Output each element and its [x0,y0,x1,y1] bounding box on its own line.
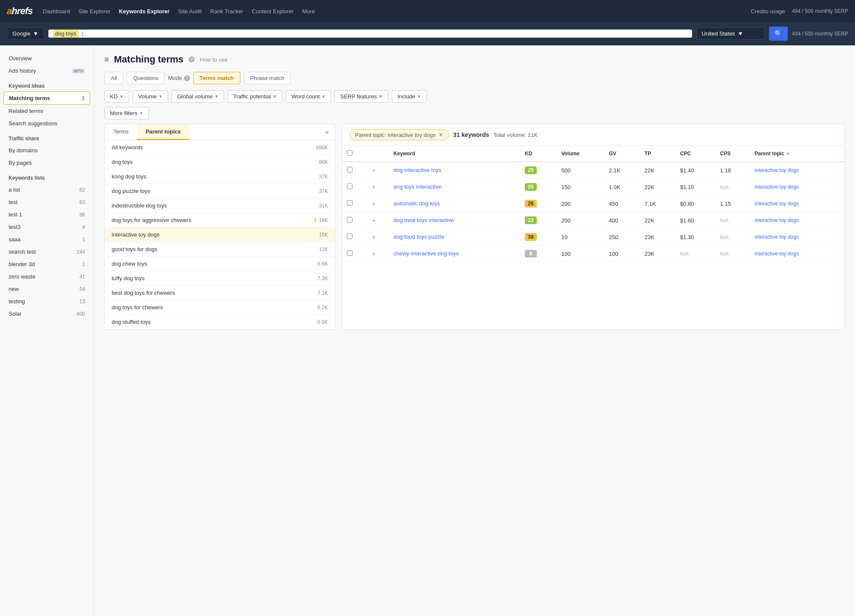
add-button[interactable]: + [372,234,376,240]
list-item[interactable]: tuffy dog toys7.3K [105,271,335,286]
left-panel: Terms Parent topics « All keywords686Kdo… [104,124,335,330]
parent-topic-link[interactable]: interactive toy dogs [754,184,799,190]
sidebar-item-by-pages[interactable]: By pages [0,157,94,169]
sidebar-list-item[interactable]: test63 [0,196,94,208]
list-item[interactable]: dog toys86K [105,155,335,169]
nav-dashboard[interactable]: Dashboard [43,8,70,15]
nav-site-audit[interactable]: Site Audit [178,8,202,15]
sidebar-list-item[interactable]: zero waste41 [0,270,94,283]
hamburger-icon[interactable]: ≡ [104,55,109,64]
cps-value: 1.15 [720,201,731,207]
list-item[interactable]: best dog toys for chewers7.1K [105,286,335,300]
keyword-link[interactable]: automatic dog toys [393,200,440,207]
list-item[interactable]: indestructible dog toys31K [105,198,335,213]
th-parent-topic[interactable]: Parent topic ▼ [750,146,844,162]
row-checkbox[interactable] [347,217,352,222]
logo[interactable]: ahrefs [7,6,33,17]
list-item[interactable]: kong dog toys37K [105,169,335,184]
keyword-link[interactable]: chewy interactive dog toys [393,250,459,257]
select-all-checkbox[interactable] [347,150,352,156]
row-checkbox[interactable] [347,250,352,256]
list-item[interactable]: dog stuffed toys5.9K [105,315,335,329]
row-checkbox[interactable] [347,167,352,172]
list-item[interactable]: All keywords686K [105,140,335,155]
sidebar-list-item[interactable]: search test244 [0,246,94,258]
mode-info-icon[interactable]: ? [184,75,190,81]
nav-more[interactable]: More [302,8,315,15]
parent-topic-link[interactable]: interactive toy dogs [754,201,799,207]
th-tp[interactable]: TP [640,146,676,162]
filter-word-count[interactable]: Word count ▼ [286,90,331,103]
add-button[interactable]: + [372,217,376,224]
th-cps[interactable]: CPS [716,146,751,162]
search-button[interactable]: 🔍 [769,27,788,41]
add-button[interactable]: + [372,250,376,257]
list-item[interactable]: dog toys for aggressive chewers318K [105,213,335,228]
sidebar-item-ads-history[interactable]: Ads history BETA [0,65,94,77]
nav-content-explorer[interactable]: Content Explorer [252,8,294,15]
engine-select[interactable]: Google ▼ [7,27,44,40]
keyword-link[interactable]: dog food toys puzzle [393,234,444,240]
sidebar-list-item[interactable]: Solar400 [0,308,94,320]
filter-more[interactable]: More filters ▼ [104,107,149,119]
th-cpc[interactable]: CPC [676,146,716,162]
filter-traffic-potential[interactable]: Traffic potential ▼ [228,90,282,103]
list-item[interactable]: dog toys for chewers6.2K [105,300,335,315]
row-checkbox[interactable] [347,184,352,189]
search-input-wrap[interactable]: dog toys 1 [48,30,692,38]
th-keyword[interactable]: Keyword [389,146,521,162]
list-item[interactable]: good toys for dogs11K [105,242,335,257]
add-button[interactable]: + [372,167,376,174]
how-to-use-link[interactable]: How to use [200,56,228,63]
sidebar-list-item[interactable]: test34 [0,221,94,233]
sidebar-item-by-domains[interactable]: By domains [0,144,94,157]
parent-topic-link[interactable]: interactive toy dogs [754,234,799,240]
sidebar-item-search-suggestions[interactable]: Search suggestions [0,117,94,130]
panel-tab-terms[interactable]: Terms [105,124,137,140]
filter-kd[interactable]: KD ▼ [104,90,129,103]
tab-phrase-match[interactable]: Phrase match [244,72,291,84]
th-kd[interactable]: KD [521,146,557,162]
row-checkbox[interactable] [347,234,352,239]
th-volume[interactable]: Volume [557,146,604,162]
sidebar-list-item[interactable]: testing13 [0,295,94,308]
tab-terms-match[interactable]: Terms match [193,72,240,84]
credits-usage[interactable]: Credits usage [751,8,785,15]
keyword-link[interactable]: dog interactive toys [393,167,441,173]
tab-questions[interactable]: Questions [127,72,165,84]
list-item[interactable]: dog chew toys8.8K [105,257,335,271]
sidebar-item-matching-terms[interactable]: Matching terms 2 [3,92,90,105]
parent-topic-link[interactable]: interactive toy dogs [754,217,799,223]
sidebar-item-overview[interactable]: Overview [0,52,94,65]
list-item[interactable]: dog puzzle toys37K [105,184,335,198]
tab-all[interactable]: All [104,72,123,84]
add-button[interactable]: + [372,200,376,207]
sidebar-item-related-terms[interactable]: Related terms [0,105,94,117]
filter-volume[interactable]: Volume ▼ [133,90,168,103]
sidebar-list-item[interactable]: test 196 [0,208,94,221]
table-row: + automatic dog toys 26 200 450 7.1K $0.… [343,195,844,212]
sidebar-list-item[interactable]: new54 [0,283,94,295]
parent-topic-link[interactable]: interactive toy dogs [754,251,799,257]
filter-global-volume[interactable]: Global volume ▼ [172,90,224,103]
row-checkbox[interactable] [347,200,352,206]
keyword-link[interactable]: dog treat toys interactive [393,217,454,223]
th-gv[interactable]: GV [605,146,640,162]
nav-rank-tracker[interactable]: Rank Tracker [210,8,243,15]
page-info-icon[interactable]: ? [189,56,195,62]
panel-collapse-button[interactable]: « [319,125,335,139]
nav-keywords-explorer[interactable]: Keywords Explorer [119,8,170,15]
tag-close-button[interactable]: ✕ [438,131,444,138]
sidebar-list-item[interactable]: blender 3d1 [0,258,94,270]
parent-topic-link[interactable]: interactive toy dogs [754,167,799,173]
list-item[interactable]: interactive toy dogs16K [105,228,335,242]
add-button[interactable]: + [372,184,376,190]
panel-tab-parent-topics[interactable]: Parent topics [137,124,189,140]
nav-site-explorer[interactable]: Site Explorer [79,8,110,15]
filter-serp-features[interactable]: SERP features ▼ [334,90,388,103]
keyword-link[interactable]: dog toys interactive [393,184,441,190]
country-select[interactable]: United States ▼ [696,27,765,40]
sidebar-list-item[interactable]: a list62 [0,184,94,196]
filter-include[interactable]: Include ▼ [392,90,427,103]
sidebar-list-item[interactable]: saaa1 [0,233,94,246]
